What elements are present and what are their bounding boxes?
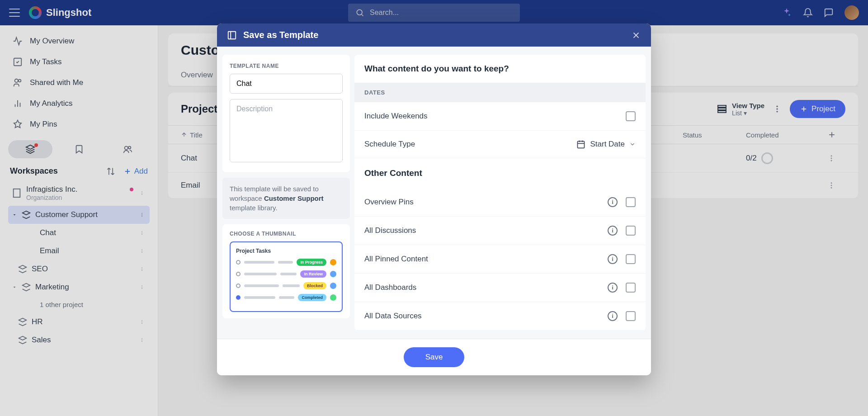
thumb-avatar-icon [330, 283, 336, 289]
template-name-input[interactable] [230, 74, 343, 94]
modal-title: Save as Template [243, 30, 625, 40]
save-template-modal: Save as Template TEMPLATE NAME This temp… [217, 24, 651, 375]
thumb-avatar-icon [330, 259, 336, 265]
dates-section-label: DATES [354, 83, 646, 102]
option-label: All Discussions [364, 226, 416, 235]
modal-overlay: Save as Template TEMPLATE NAME This temp… [0, 0, 868, 416]
thumb-status-icon [236, 295, 241, 300]
template-hint: This template will be saved to workspace… [222, 178, 350, 219]
info-icon[interactable]: i [608, 197, 618, 207]
template-name-card: TEMPLATE NAME [222, 55, 350, 172]
modal-footer: Save [217, 339, 651, 375]
thumb-status-icon [236, 284, 241, 288]
thumbnail-label: CHOOSE A THUMBNAIL [230, 231, 343, 237]
info-icon[interactable]: i [608, 226, 618, 236]
svg-rect-73 [578, 141, 585, 148]
info-icon[interactable]: i [608, 283, 618, 293]
thumbnail-card: CHOOSE A THUMBNAIL Project Tasks In Prog… [222, 224, 350, 318]
thumb-task-row: In Review [236, 270, 336, 278]
info-icon[interactable]: i [608, 254, 618, 264]
option-label: All Data Sources [364, 312, 422, 321]
thumb-badge: Blocked [303, 282, 326, 289]
template-description-input[interactable] [230, 99, 343, 162]
template-name-label: TEMPLATE NAME [230, 63, 343, 69]
option-checkbox[interactable] [626, 311, 636, 321]
option-checkbox[interactable] [626, 197, 636, 207]
option-schedule-type: Schedule Type Start Date [354, 131, 646, 158]
info-icon[interactable]: i [608, 311, 618, 321]
thumb-badge: In Progress [297, 259, 326, 266]
modal-header: Save as Template [217, 24, 651, 47]
option-checkbox[interactable] [626, 254, 636, 264]
thumb-badge: In Review [300, 270, 326, 278]
calendar-icon [576, 140, 585, 149]
close-icon[interactable] [631, 30, 641, 40]
thumb-task-row: Blocked [236, 282, 336, 289]
save-button[interactable]: Save [404, 347, 465, 367]
content-option-row: All Dashboards i [354, 274, 646, 302]
other-content-label: Other Content [354, 158, 646, 188]
thumb-badge: Completed [298, 294, 326, 301]
content-question: What content do you want to keep? [354, 55, 646, 83]
option-label: Overview Pins [364, 198, 414, 207]
include-weekends-checkbox[interactable] [626, 111, 636, 121]
option-checkbox[interactable] [626, 226, 636, 236]
option-include-weekends: Include Weekends [354, 102, 646, 131]
option-label: All Pinned Content [364, 255, 428, 264]
schedule-type-selector[interactable]: Start Date [576, 140, 636, 149]
thumb-task-row: In Progress [236, 259, 336, 266]
content-option-row: Overview Pins i [354, 188, 646, 217]
template-icon [227, 30, 237, 40]
thumb-avatar-icon [330, 294, 336, 301]
thumb-task-row: Completed [236, 294, 336, 301]
content-options-panel: What content do you want to keep? DATES … [354, 55, 646, 331]
content-option-row: All Pinned Content i [354, 245, 646, 274]
thumb-status-icon [236, 272, 241, 276]
chevron-down-icon [629, 141, 636, 147]
option-checkbox[interactable] [626, 283, 636, 293]
svg-rect-69 [228, 31, 236, 39]
thumb-avatar-icon [330, 271, 336, 277]
option-label: All Dashboards [364, 283, 416, 292]
thumbnail-option[interactable]: Project Tasks In Progress In Review Bloc… [230, 241, 343, 312]
content-option-row: All Discussions i [354, 217, 646, 245]
content-option-row: All Data Sources i [354, 302, 646, 331]
thumb-status-icon [236, 260, 241, 265]
